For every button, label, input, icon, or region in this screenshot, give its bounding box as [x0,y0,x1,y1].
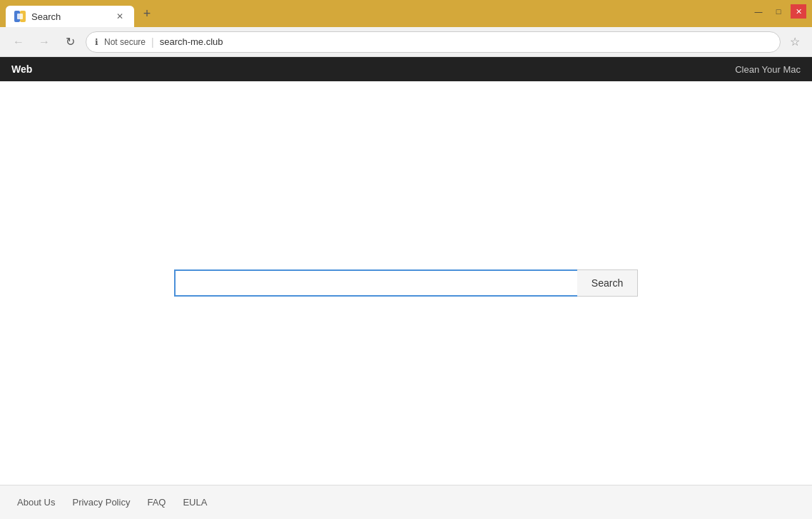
tab-bar: Search ✕ + [6,0,748,27]
privacy-policy-link[interactable]: Privacy Policy [72,497,130,508]
nav-bar: Web Clean Your Mac [0,57,812,81]
refresh-button[interactable]: ↻ [60,32,80,52]
svg-rect-2 [17,14,23,19]
bookmark-button[interactable]: ☆ [786,34,803,51]
url-divider: | [151,36,154,48]
new-tab-button[interactable]: + [137,4,157,24]
active-tab[interactable]: Search ✕ [6,6,134,27]
title-bar: Search ✕ + — □ ✕ [0,0,812,27]
search-input[interactable] [174,269,577,297]
security-icon: ℹ [95,37,98,47]
maximize-button[interactable]: □ [771,4,786,19]
tab-title: Search [31,11,108,22]
minimize-button[interactable]: — [751,4,766,19]
window-controls: — □ ✕ [751,0,806,19]
search-button[interactable]: Search [577,269,638,297]
search-box: Search [174,269,638,297]
about-us-link[interactable]: About Us [17,497,55,508]
faq-link[interactable]: FAQ [147,497,166,508]
url-bar[interactable]: ℹ Not secure | search-me.club [86,31,781,53]
eula-link[interactable]: EULA [183,497,207,508]
tab-favicon-icon [14,11,26,22]
address-bar: ← → ↻ ℹ Not secure | search-me.club ☆ [0,27,812,57]
main-content: Search [0,81,812,485]
info-icon: ℹ [95,37,98,47]
tab-close-button[interactable]: ✕ [114,11,126,22]
forward-button[interactable]: → [34,32,54,52]
footer: About Us Privacy Policy FAQ EULA [0,485,812,519]
security-text: Not secure [104,37,146,47]
close-window-button[interactable]: ✕ [791,4,806,19]
clean-your-mac-link[interactable]: Clean Your Mac [735,64,801,75]
back-button[interactable]: ← [9,32,29,52]
url-text: search-me.club [160,36,771,47]
web-nav-label[interactable]: Web [11,63,32,75]
